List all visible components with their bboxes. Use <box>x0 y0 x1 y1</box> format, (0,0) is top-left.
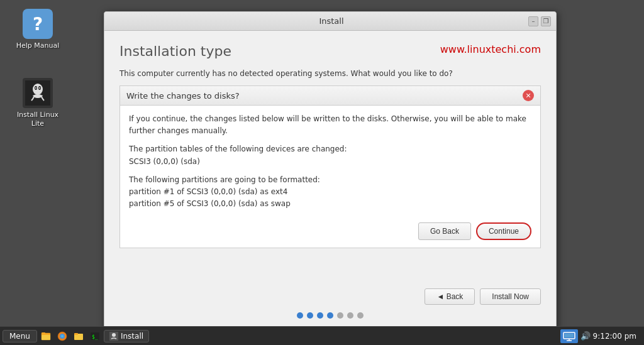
install-linux-label-line2: Lite <box>31 119 44 128</box>
taskbar-files-icon[interactable] <box>38 329 53 344</box>
taskbar-install-app-button[interactable]: Install <box>104 330 149 342</box>
install-now-button[interactable]: Install Now <box>480 288 541 305</box>
help-manual-desktop-icon[interactable]: ? Help Manual <box>13 6 63 53</box>
dialog-partition-info: The partition tables of the following de… <box>129 143 531 167</box>
install-linux-desktop-icon[interactable]: Install Linux Lite <box>13 75 63 131</box>
progress-dots <box>119 312 541 324</box>
svg-rect-7 <box>42 335 50 340</box>
progress-dot-2 <box>307 312 313 319</box>
svg-point-4 <box>35 87 36 89</box>
install-linux-icon-img <box>23 78 53 108</box>
dialog-titlebar: Write the changes to disks? ✕ <box>120 86 540 106</box>
taskbar: Menu $_ Install <box>0 326 644 345</box>
window-footer: ◄ Back Install Now <box>104 283 556 331</box>
progress-dot-7 <box>357 312 364 319</box>
help-manual-label: Help Manual <box>16 41 60 50</box>
linux-icon-box <box>23 78 53 108</box>
window-title: Install <box>135 16 528 26</box>
svg-point-11 <box>61 335 64 337</box>
svg-rect-19 <box>565 334 574 337</box>
dialog-title: Write the changes to disks? <box>126 91 240 101</box>
nav-buttons: ◄ Back Install Now <box>119 288 541 305</box>
dialog-body-line2: The partition tables of the following de… <box>129 145 347 153</box>
page-title: Installation type <box>119 43 231 59</box>
progress-dot-4 <box>327 312 333 319</box>
svg-point-5 <box>39 87 40 89</box>
window-main-content: Installation type www.linuxtechi.com Thi… <box>104 31 556 283</box>
taskbar-menu-button[interactable]: Menu <box>3 330 37 342</box>
progress-dot-1 <box>297 312 303 319</box>
progress-dot-3 <box>317 312 323 319</box>
install-window: Install – ❐ Installation type www.linuxt… <box>104 11 557 332</box>
window-titlebar: Install – ❐ <box>104 12 556 31</box>
dialog-body-line6: partition #5 of SCSI3 (0,0,0) (sda) as s… <box>129 199 291 208</box>
help-icon-box: ? <box>23 9 53 39</box>
dialog-body: If you continue, the changes listed belo… <box>120 106 540 217</box>
volume-icon[interactable]: 🔊 <box>580 331 591 341</box>
svg-rect-8 <box>42 332 45 335</box>
write-changes-dialog: Write the changes to disks? ✕ If you con… <box>119 85 541 248</box>
network-icon <box>560 329 578 343</box>
dialog-body-line5: partition #1 of SCSI3 (0,0,0) (sda) as e… <box>129 187 287 196</box>
progress-dot-6 <box>347 312 353 319</box>
install-linux-label-line1: Install Linux <box>17 111 58 119</box>
watermark: www.linuxtechi.com <box>440 43 541 55</box>
dialog-body-line1: If you continue, the changes listed belo… <box>129 113 531 137</box>
dialog-close-button[interactable]: ✕ <box>523 90 534 101</box>
svg-rect-13 <box>74 333 78 335</box>
taskbar-browser-icon[interactable] <box>55 329 70 344</box>
taskbar-folder-icon[interactable] <box>71 329 86 344</box>
dialog-format-info: The following partitions are going to be… <box>129 174 531 211</box>
system-tray: 🔊 9:12:00 pm <box>555 329 641 343</box>
continue-button[interactable]: Continue <box>476 222 531 240</box>
help-manual-icon-img: ? <box>23 9 53 39</box>
page-header: Installation type www.linuxtechi.com <box>119 43 541 59</box>
dialog-actions: Go Back Continue <box>120 217 540 248</box>
go-back-button[interactable]: Go Back <box>418 222 471 240</box>
progress-dot-5 <box>337 312 343 319</box>
taskbar-install-label: Install <box>121 332 143 341</box>
main-description: This computer currently has no detected … <box>119 69 541 78</box>
dialog-body-line3: SCSI3 (0,0,0) (sda) <box>129 157 200 166</box>
svg-point-1 <box>33 84 43 95</box>
minimize-button[interactable]: – <box>528 16 538 26</box>
svg-point-17 <box>112 333 116 337</box>
window-controls: – ❐ <box>528 16 551 26</box>
svg-text:$_: $_ <box>92 334 98 340</box>
back-nav-button[interactable]: ◄ Back <box>425 288 475 305</box>
taskbar-terminal-icon[interactable]: $_ <box>87 329 103 344</box>
clock-display: 9:12:00 pm <box>593 332 636 341</box>
dialog-body-line4: The following partitions are going to be… <box>129 175 320 184</box>
maximize-button[interactable]: ❐ <box>541 16 551 26</box>
